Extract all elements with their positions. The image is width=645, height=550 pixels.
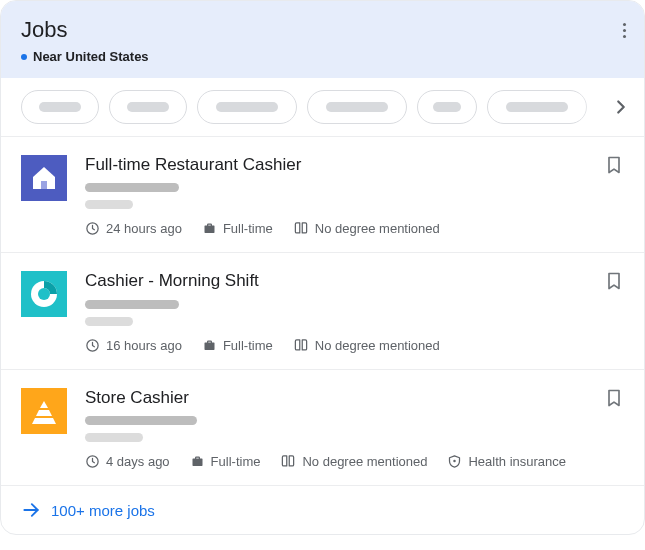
meta-item: Full-time xyxy=(190,454,261,469)
meta-text: Health insurance xyxy=(468,454,566,469)
chip-placeholder xyxy=(216,102,278,112)
briefcase-icon xyxy=(202,338,217,353)
card-header: Jobs Near United States xyxy=(1,1,644,78)
meta-text: 4 days ago xyxy=(106,454,170,469)
job-row[interactable]: Cashier - Morning Shift16 hours agoFull-… xyxy=(1,253,644,369)
meta-item: No degree mentioned xyxy=(280,454,427,469)
location-placeholder xyxy=(85,433,143,442)
meta-item: Full-time xyxy=(202,221,273,236)
more-jobs-link[interactable]: 100+ more jobs xyxy=(1,486,644,534)
location-placeholder xyxy=(85,200,133,209)
book-open-icon xyxy=(280,454,296,469)
book-open-icon xyxy=(293,221,309,236)
job-title: Full-time Restaurant Cashier xyxy=(85,155,624,175)
more-options-icon[interactable] xyxy=(619,19,630,42)
filter-chip[interactable] xyxy=(21,90,99,124)
meta-text: 16 hours ago xyxy=(106,338,182,353)
shield-icon xyxy=(447,454,462,469)
job-main: Full-time Restaurant Cashier24 hours ago… xyxy=(85,155,624,236)
briefcase-icon xyxy=(202,221,217,236)
meta-text: Full-time xyxy=(211,454,261,469)
employer-logo xyxy=(21,388,67,434)
header-title: Jobs xyxy=(21,17,624,43)
meta-item: No degree mentioned xyxy=(293,221,440,236)
chip-placeholder xyxy=(326,102,388,112)
clock-icon xyxy=(85,454,100,469)
meta-item: 16 hours ago xyxy=(85,338,182,353)
header-location[interactable]: Near United States xyxy=(21,49,624,64)
bookmark-icon[interactable] xyxy=(604,155,624,179)
meta-text: No degree mentioned xyxy=(302,454,427,469)
chip-placeholder xyxy=(39,102,81,112)
meta-item: 24 hours ago xyxy=(85,221,182,236)
filter-chip[interactable] xyxy=(487,90,587,124)
employer-logo xyxy=(21,155,67,201)
book-open-icon xyxy=(293,338,309,353)
chip-placeholder xyxy=(127,102,169,112)
svg-point-5 xyxy=(38,288,50,300)
job-main: Cashier - Morning Shift16 hours agoFull-… xyxy=(85,271,624,352)
svg-point-12 xyxy=(454,460,457,463)
meta-text: 24 hours ago xyxy=(106,221,182,236)
meta-text: Full-time xyxy=(223,221,273,236)
meta-text: Full-time xyxy=(223,338,273,353)
filter-chip[interactable] xyxy=(307,90,407,124)
svg-marker-10 xyxy=(32,418,56,424)
chip-placeholder xyxy=(506,102,568,112)
job-meta-row: 16 hours agoFull-timeNo degree mentioned xyxy=(85,338,624,353)
job-title: Cashier - Morning Shift xyxy=(85,271,624,291)
chevron-right-icon[interactable] xyxy=(610,96,632,118)
jobs-card: Jobs Near United States Full-time Restau… xyxy=(0,0,645,535)
chip-placeholder xyxy=(433,102,461,112)
job-list: Full-time Restaurant Cashier24 hours ago… xyxy=(1,137,644,486)
job-main: Store Cashier4 days agoFull-timeNo degre… xyxy=(85,388,624,469)
clock-icon xyxy=(85,338,100,353)
filter-chip-row[interactable] xyxy=(1,78,644,137)
meta-item: 4 days ago xyxy=(85,454,170,469)
briefcase-icon xyxy=(190,454,205,469)
svg-rect-1 xyxy=(41,181,47,189)
filter-chip[interactable] xyxy=(417,90,477,124)
meta-item: Health insurance xyxy=(447,454,566,469)
employer-placeholder xyxy=(85,416,197,425)
bookmark-icon[interactable] xyxy=(604,271,624,295)
job-meta-row: 24 hours agoFull-timeNo degree mentioned xyxy=(85,221,624,236)
job-row[interactable]: Store Cashier4 days agoFull-timeNo degre… xyxy=(1,370,644,486)
job-row[interactable]: Full-time Restaurant Cashier24 hours ago… xyxy=(1,137,644,253)
bookmark-icon[interactable] xyxy=(604,388,624,412)
arrow-right-icon xyxy=(21,500,41,520)
filter-chip[interactable] xyxy=(109,90,187,124)
filter-chip[interactable] xyxy=(197,90,297,124)
job-title: Store Cashier xyxy=(85,388,624,408)
employer-placeholder xyxy=(85,183,179,192)
more-jobs-label: 100+ more jobs xyxy=(51,502,155,519)
employer-logo xyxy=(21,271,67,317)
location-placeholder xyxy=(85,317,133,326)
meta-item: Full-time xyxy=(202,338,273,353)
employer-placeholder xyxy=(85,300,179,309)
clock-icon xyxy=(85,221,100,236)
location-label: Near United States xyxy=(33,49,149,64)
meta-text: No degree mentioned xyxy=(315,338,440,353)
meta-item: No degree mentioned xyxy=(293,338,440,353)
job-meta-row: 4 days agoFull-timeNo degree mentionedHe… xyxy=(85,454,624,469)
location-dot-icon xyxy=(21,54,27,60)
meta-text: No degree mentioned xyxy=(315,221,440,236)
